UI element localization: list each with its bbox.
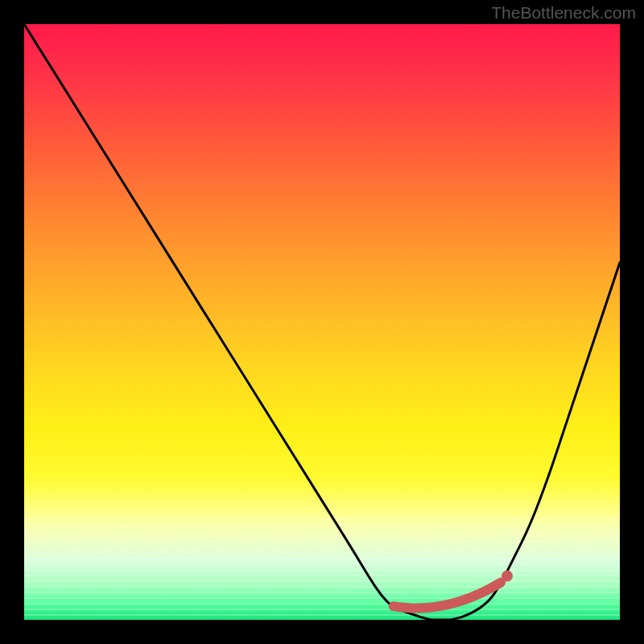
optimal-band-marker — [394, 583, 501, 609]
optimal-band-end-dot — [502, 571, 513, 582]
bottleneck-curve — [24, 24, 620, 620]
curve-layer — [24, 24, 620, 620]
chart-frame: TheBottleneck.com — [0, 0, 644, 644]
bottom-haze — [24, 489, 620, 620]
attribution-text: TheBottleneck.com — [491, 3, 636, 23]
plot-area — [24, 24, 620, 620]
bottom-stripes — [24, 518, 620, 620]
